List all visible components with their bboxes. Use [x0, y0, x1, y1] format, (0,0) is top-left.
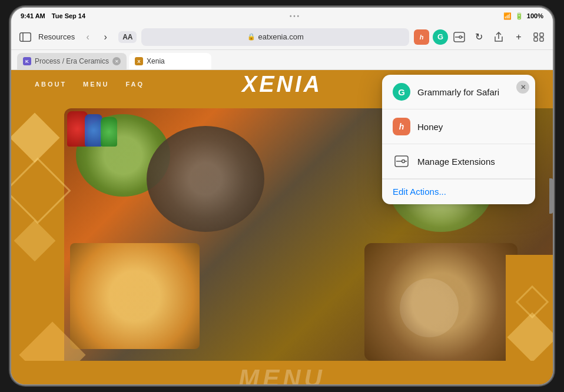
breadcrumb: Resources — [38, 32, 75, 41]
nav-arrows: ‹ › — [79, 29, 114, 45]
popup-manage-item[interactable]: Manage Extensions — [382, 144, 535, 179]
wifi-icon: 📶 — [503, 12, 512, 20]
tab-close-ceramics[interactable]: ✕ — [112, 57, 121, 65]
tab-favicon-ceramics: K — [23, 57, 31, 65]
nav-link-about[interactable]: ABOUT — [35, 81, 67, 88]
back-button[interactable]: ‹ — [79, 29, 96, 45]
status-bar-right: 📶 🔋 100% — [503, 12, 543, 20]
manage-extensions-toolbar-button[interactable] — [452, 29, 467, 45]
food-meat-dish — [364, 243, 517, 361]
toolbar-actions: h G ↻ + — [414, 29, 547, 45]
svg-point-9 — [402, 160, 405, 163]
svg-point-3 — [459, 36, 462, 38]
grammarly-label: Grammarly for Safari — [417, 87, 525, 97]
geo-shape-outline-1 — [11, 157, 71, 224]
ipad-frame: 9:41 AM Tue Sep 14 • • • 📶 🔋 100% Resour… — [11, 8, 553, 384]
tab-label-xenia: Xenia — [147, 57, 165, 65]
popup-honey-item[interactable]: h Honey — [382, 109, 535, 144]
edit-actions-link[interactable]: Edit Actions... — [393, 187, 446, 197]
geo-shape-diamond-1 — [11, 113, 59, 163]
svg-rect-7 — [540, 38, 543, 41]
honey-extension-toolbar-button[interactable]: h — [414, 29, 429, 45]
popup-edit-actions: Edit Actions... — [382, 179, 535, 204]
geo-decoration-right — [506, 255, 553, 361]
manage-extensions-label: Manage Extensions — [417, 157, 525, 167]
geo-decoration-left — [11, 108, 64, 384]
xenia-logo: XENiA — [242, 72, 322, 97]
url-bar[interactable]: 🔒 eatxenia.com — [141, 28, 409, 46]
popup-grammarly-item[interactable]: G Grammarly for Safari — [382, 75, 535, 109]
status-date: Tue Sep 14 — [52, 12, 85, 19]
add-tab-button[interactable]: + — [510, 29, 527, 45]
grammarly-extension-toolbar-button[interactable]: G — [433, 29, 448, 45]
status-time: 9:41 AM — [21, 12, 45, 19]
nav-link-faq[interactable]: FAQ — [126, 81, 145, 88]
status-bar-left: 9:41 AM Tue Sep 14 — [21, 12, 85, 19]
svg-rect-5 — [540, 33, 543, 36]
forward-button[interactable]: › — [97, 29, 114, 45]
tab-ceramics[interactable]: K Process / Era Ceramics ✕ — [17, 53, 127, 69]
share-button[interactable] — [490, 29, 507, 45]
food-bottle-blue — [85, 114, 102, 147]
food-bottle-green — [101, 117, 117, 147]
tabs-bar: K Process / Era Ceramics ✕ X Xenia — [11, 50, 553, 70]
geo-right-shape-1 — [507, 313, 553, 363]
manage-extensions-icon — [393, 152, 410, 170]
geo-shape-diamond-2 — [14, 220, 56, 262]
browser-chrome: Resources ‹ › AA 🔒 eatxenia.com h G ↻ — [11, 24, 553, 50]
tab-label-ceramics: Process / Era Ceramics — [35, 57, 109, 65]
tab-favicon-xenia: X — [135, 57, 143, 65]
browser-content: ABOUT MENU FAQ XENiA — [11, 70, 553, 384]
svg-rect-4 — [534, 33, 538, 36]
ipad-home-button[interactable] — [549, 178, 553, 214]
grammarly-icon: G — [393, 83, 410, 101]
tab-xenia[interactable]: X Xenia — [129, 53, 211, 69]
food-fries-dish — [70, 243, 200, 349]
sidebar-toggle-button[interactable] — [17, 31, 34, 43]
battery-indicator: 🔋 — [515, 12, 523, 20]
status-center: • • • — [290, 13, 299, 19]
reload-button[interactable]: ↻ — [470, 29, 487, 45]
honey-icon-letter: h — [399, 122, 404, 131]
honey-label: Honey — [417, 122, 525, 132]
svg-rect-6 — [534, 38, 538, 41]
grammarly-icon-letter: G — [398, 87, 405, 97]
status-bar: 9:41 AM Tue Sep 14 • • • 📶 🔋 100% — [11, 8, 553, 24]
lock-icon: 🔒 — [247, 33, 256, 41]
honey-icon: h — [393, 118, 410, 135]
reader-button[interactable]: AA — [118, 31, 137, 43]
extensions-popup: ✕ G Grammarly for Safari h Honey — [382, 75, 535, 204]
xenia-nav-links: ABOUT MENU FAQ — [35, 81, 144, 88]
url-text: eatxenia.com — [258, 32, 304, 41]
xenia-bottom-bar: Menu — [11, 361, 553, 384]
svg-rect-0 — [20, 32, 31, 41]
popup-close-button[interactable]: ✕ — [516, 81, 529, 94]
geo-right-shape-2 — [516, 285, 549, 319]
tab-grid-button[interactable] — [530, 29, 547, 45]
battery-percent: 100% — [527, 12, 543, 19]
nav-link-menu[interactable]: MENU — [83, 81, 109, 88]
xenia-bottom-text: Menu — [238, 366, 326, 384]
food-plate-2 — [147, 126, 264, 232]
